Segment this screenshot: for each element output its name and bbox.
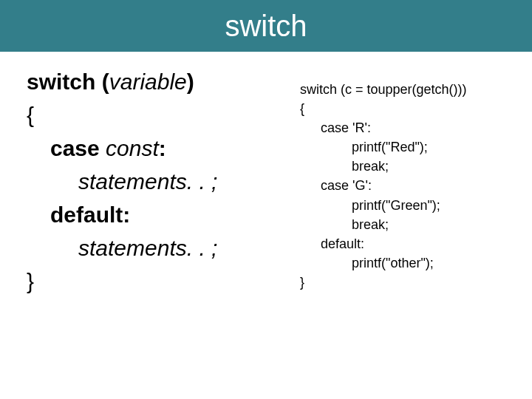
colon: :	[123, 202, 130, 227]
example-line-5: break;	[300, 157, 532, 176]
paren-open: (	[102, 69, 109, 94]
example-line-2: {	[300, 99, 532, 118]
example-line-8: break;	[300, 215, 532, 234]
ex-keyword-default: default	[321, 236, 361, 251]
example-line-10: printf("other");	[300, 253, 532, 273]
colon: :	[368, 178, 372, 193]
ex-case-g: 'G'	[352, 178, 368, 193]
ex-condition: (c = toupper(getch()))	[341, 82, 467, 97]
example-line-7: printf("Green");	[300, 196, 532, 215]
syntax-line-4: statements. . ;	[27, 165, 300, 198]
variable-placeholder: variable	[109, 69, 187, 94]
example-line-11: }	[300, 273, 532, 292]
paren-close: )	[187, 69, 194, 94]
example-line-9: default:	[300, 234, 532, 253]
syntax-line-3: case const:	[27, 132, 300, 165]
slide-body: switch (variable) { case const: statemen…	[0, 52, 532, 298]
example-line-6: case 'G':	[300, 176, 532, 195]
keyword-default: default	[50, 202, 123, 227]
ex-keyword-case: case	[321, 178, 352, 193]
keyword-switch: switch	[27, 69, 102, 94]
syntax-line-7: }	[27, 265, 300, 298]
syntax-column: switch (variable) { case const: statemen…	[0, 65, 300, 298]
keyword-case: case	[50, 136, 106, 160]
example-line-3: case 'R':	[300, 118, 532, 137]
slide-title: switch	[225, 10, 307, 43]
syntax-line-1: switch (variable)	[27, 65, 300, 98]
example-line-1: switch (c = toupper(getch()))	[300, 80, 532, 99]
ex-keyword-case: case	[321, 120, 352, 135]
syntax-line-2: {	[27, 98, 300, 132]
colon: :	[361, 236, 364, 251]
syntax-line-5: default:	[27, 198, 300, 231]
slide-header: switch	[0, 0, 532, 52]
syntax-line-6: statements. . ;	[27, 231, 300, 265]
const-placeholder: const	[106, 136, 159, 160]
example-line-4: printf("Red");	[300, 137, 532, 157]
example-column: switch (c = toupper(getch())) { case 'R'…	[300, 65, 532, 298]
colon: :	[367, 120, 371, 135]
colon: :	[159, 136, 166, 160]
ex-keyword-switch: switch	[300, 82, 341, 97]
ex-case-r: 'R'	[352, 120, 367, 135]
